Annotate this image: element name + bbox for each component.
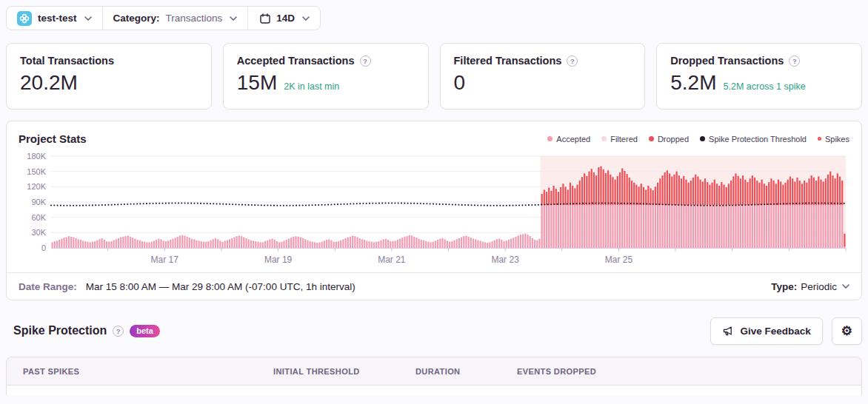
- spike-protection-header: Spike Protection ? beta Give Feedback ⚙: [6, 317, 862, 345]
- help-icon[interactable]: ?: [113, 326, 124, 337]
- column-header-duration: DURATION: [415, 367, 517, 376]
- column-header-initial-threshold: INITIAL THRESHOLD: [273, 367, 415, 376]
- svg-text:60K: 60K: [31, 213, 46, 222]
- category-selector[interactable]: Category: Transactions: [102, 7, 248, 30]
- filters-bar: test-test Category: Transactions 14D: [6, 6, 321, 30]
- past-spikes-table: PAST SPIKES INITIAL THRESHOLD DURATION E…: [6, 357, 862, 395]
- card-value: 0: [454, 71, 466, 95]
- svg-text:Mar 25: Mar 25: [605, 255, 633, 265]
- megaphone-icon: [722, 325, 734, 337]
- project-stats-panel: Project Stats AcceptedFilteredDroppedSpi…: [6, 121, 862, 300]
- settings-button[interactable]: ⚙: [832, 317, 862, 345]
- svg-text:Mar 23: Mar 23: [491, 255, 519, 265]
- chart-title: Project Stats: [19, 132, 87, 145]
- card-title: Dropped Transactions: [670, 55, 784, 67]
- svg-text:Mar 17: Mar 17: [151, 255, 179, 265]
- legend-item-accepted[interactable]: Accepted: [547, 135, 590, 144]
- svg-text:180K: 180K: [27, 152, 46, 161]
- beta-badge: beta: [130, 325, 160, 337]
- calendar-icon: [260, 13, 270, 24]
- category-label: Category:: [113, 13, 160, 24]
- give-feedback-label: Give Feedback: [740, 326, 810, 337]
- chart-legend: AcceptedFilteredDroppedSpike Protection …: [547, 135, 849, 144]
- legend-item-spike-protection-threshold[interactable]: Spike Protection Threshold: [700, 135, 807, 144]
- chevron-down-icon: [230, 16, 237, 21]
- section-title: Spike Protection: [13, 324, 107, 337]
- svg-text:Mar 19: Mar 19: [264, 255, 293, 265]
- help-icon[interactable]: ?: [567, 55, 578, 67]
- date-range-value: Mar 15 8:00 AM — Mar 29 8:00 AM (-07:00 …: [86, 281, 355, 292]
- type-selector[interactable]: Type: Periodic: [771, 281, 849, 292]
- legend-dot-icon: [700, 136, 705, 141]
- legend-dot-icon: [649, 136, 654, 141]
- gear-icon: ⚙: [841, 323, 852, 339]
- svg-text:150K: 150K: [27, 167, 46, 176]
- card-dropped-transactions: Dropped Transactions ? 5.2M 5.2M across …: [656, 43, 862, 110]
- chevron-down-icon: [842, 284, 849, 289]
- card-subtext: 5.2M across 1 spike: [724, 81, 806, 92]
- card-subtext: 2K in last min: [284, 81, 339, 92]
- card-title: Accepted Transactions: [237, 55, 355, 67]
- card-value: 5.2M: [670, 71, 716, 95]
- project-selector[interactable]: test-test: [7, 7, 102, 30]
- legend-item-spikes[interactable]: Spikes: [818, 135, 849, 144]
- legend-item-dropped[interactable]: Dropped: [649, 135, 689, 144]
- svg-text:Mar 21: Mar 21: [378, 255, 406, 265]
- chevron-down-icon: [302, 16, 310, 21]
- help-icon[interactable]: ?: [789, 55, 800, 67]
- legend-item-filtered[interactable]: Filtered: [601, 135, 638, 144]
- help-icon[interactable]: ?: [360, 55, 371, 67]
- give-feedback-button[interactable]: Give Feedback: [710, 317, 822, 345]
- legend-dot-icon: [601, 136, 607, 141]
- column-header-events-dropped: EVENTS DROPPED: [517, 367, 861, 376]
- card-filtered-transactions: Filtered Transactions ? 0: [440, 43, 646, 110]
- card-accepted-transactions: Accepted Transactions ? 15M 2K in last m…: [223, 43, 429, 110]
- project-stats-chart: 030K60K90K120K150K180KMar 17Mar 19Mar 21…: [17, 151, 849, 269]
- card-total-transactions: Total Transactions 20.2M: [6, 43, 212, 110]
- table-header-row: PAST SPIKES INITIAL THRESHOLD DURATION E…: [7, 357, 861, 386]
- legend-dot-icon: [547, 136, 552, 141]
- card-title: Filtered Transactions: [454, 55, 562, 67]
- type-value: Periodic: [801, 281, 837, 292]
- card-value: 20.2M: [20, 71, 78, 95]
- svg-text:120K: 120K: [27, 182, 46, 191]
- card-title: Total Transactions: [20, 55, 114, 67]
- date-period-value: 14D: [276, 13, 295, 24]
- project-name: test-test: [38, 13, 77, 24]
- date-range-label: Date Range:: [19, 281, 77, 292]
- date-range-bar: Date Range: Mar 15 8:00 AM — Mar 29 8:00…: [7, 272, 861, 300]
- chevron-down-icon: [84, 16, 92, 21]
- table-row: [7, 386, 861, 395]
- svg-text:90K: 90K: [31, 198, 46, 206]
- stat-cards: Total Transactions 20.2M Accepted Transa…: [6, 43, 862, 110]
- column-header-past-spikes: PAST SPIKES: [7, 367, 273, 376]
- category-value: Transactions: [166, 13, 223, 24]
- project-icon: [17, 11, 32, 26]
- card-value: 15M: [237, 71, 277, 95]
- spikes-ring-icon: [818, 137, 821, 141]
- svg-text:30K: 30K: [31, 228, 46, 237]
- date-period-selector[interactable]: 14D: [247, 7, 320, 30]
- dashboard-page: test-test Category: Transactions 14D Tot…: [0, 0, 868, 401]
- type-label: Type:: [771, 281, 797, 292]
- svg-text:0: 0: [41, 243, 46, 252]
